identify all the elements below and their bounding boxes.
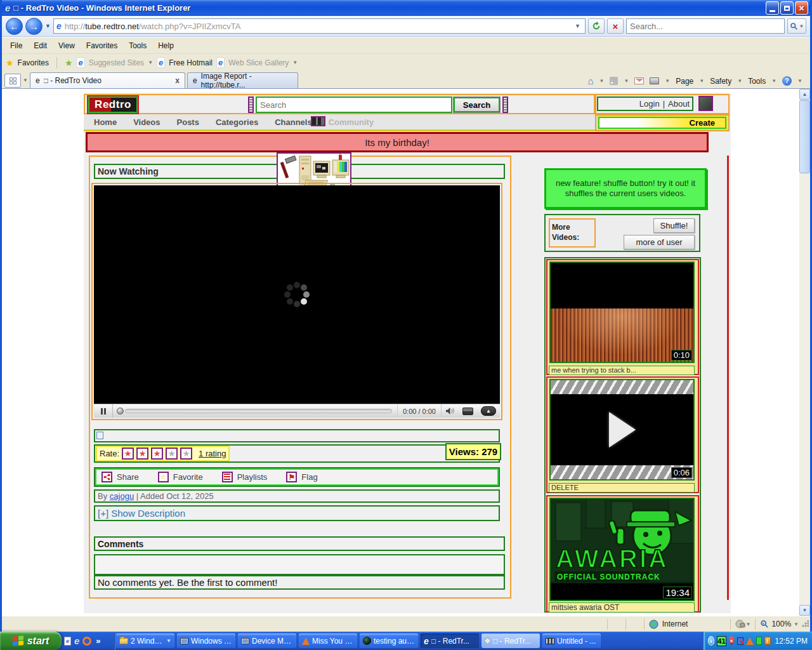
volume-button[interactable] (442, 404, 459, 418)
show-description-link[interactable]: [+] Show Description (94, 505, 500, 521)
playlists-button[interactable]: Playlists (222, 472, 268, 482)
nav-categories[interactable]: Categories (216, 117, 258, 127)
shuffle-button[interactable]: Shuffle! (653, 218, 695, 233)
menu-view[interactable]: View (53, 39, 81, 53)
tab-redtro-video[interactable]: e □ - RedTro Video x (30, 72, 185, 88)
network-disconnected-icon[interactable] (737, 637, 743, 645)
about-link[interactable]: About (668, 99, 690, 109)
video-title[interactable]: DELETE (549, 483, 695, 493)
help-icon[interactable]: ? (782, 76, 792, 86)
rating-star-2[interactable]: ★ (136, 448, 148, 460)
taskbar-button-device-manager[interactable]: Device Man... (238, 633, 296, 648)
tools-menu[interactable]: Tools (748, 77, 766, 86)
more-of-user-button[interactable]: more of user (624, 235, 695, 249)
tab-list-dropdown-icon[interactable]: ▼ (23, 77, 28, 83)
menu-file[interactable]: File (4, 39, 28, 53)
mail-icon[interactable] (634, 77, 644, 84)
taskbar-button-windows-t[interactable]: Windows T... (177, 633, 235, 648)
help-dropdown-icon[interactable]: ▼ (797, 78, 802, 84)
nav-home[interactable]: Home (94, 117, 117, 127)
green-square-tray-icon[interactable] (756, 637, 762, 645)
rating-star-3[interactable]: ★ (151, 448, 163, 460)
suggested-sites-link[interactable]: Suggested Sites (89, 58, 144, 67)
uploader-link[interactable]: cajogu (110, 491, 134, 501)
address-dropdown-icon[interactable]: ▼ (573, 23, 582, 29)
search-go-button[interactable]: ▼ (787, 18, 806, 34)
video-title[interactable]: mittsies awaria OST (549, 602, 695, 613)
favorite-button[interactable]: ☆ Favorite (158, 472, 203, 482)
rating-count-link[interactable]: 1 rating (199, 449, 226, 458)
safety-menu[interactable]: Safety (710, 77, 731, 86)
tab-image-report[interactable]: e Image Report - http://tube.r... (187, 72, 298, 88)
history-dropdown-icon[interactable]: ▼ (45, 23, 51, 29)
suggested-sites-dropdown-icon[interactable]: ▼ (148, 60, 153, 65)
login-link[interactable]: Login (639, 99, 660, 109)
tray-collapse-icon[interactable]: ‹ (708, 636, 714, 646)
rating-star-5[interactable]: ★ (180, 448, 192, 460)
web-slice-link[interactable]: Web Slice Gallery (228, 58, 289, 67)
header-avatar[interactable] (698, 96, 713, 111)
protected-dropdown-icon[interactable]: ▼ (745, 621, 750, 627)
site-search-box[interactable] (256, 96, 452, 113)
add-favorite-icon[interactable]: ★ (65, 58, 73, 68)
forward-button[interactable]: → (25, 18, 43, 35)
close-button[interactable]: × (795, 1, 808, 15)
site-search-input[interactable] (257, 100, 451, 110)
scroll-down-icon[interactable]: ▼ (799, 605, 810, 616)
favorites-button[interactable]: Favorites (18, 58, 49, 67)
seek-handle[interactable] (117, 408, 124, 415)
taskbar-button-untitled[interactable]: Untitled - ... (542, 633, 601, 648)
resize-grip[interactable] (801, 620, 809, 628)
video-thumbnail-play[interactable]: 0:06 (549, 379, 695, 481)
restore-button[interactable] (780, 1, 794, 15)
pause-button[interactable] (94, 404, 113, 418)
taskbar-button-testing[interactable]: testing aut... (360, 633, 418, 648)
scroll-up-icon[interactable]: ▲ (799, 89, 810, 100)
print-dropdown-icon[interactable]: ▼ (665, 78, 670, 84)
video-thumbnail-awaria[interactable]: AWARIA OFFICIAL SOUNDTRACK 19:34 (549, 498, 695, 601)
zoom-dropdown-icon[interactable]: ▼ (794, 621, 799, 627)
rating-star-4[interactable]: ★ (166, 448, 178, 460)
nav-channels[interactable]: Channels (275, 117, 312, 127)
page-menu[interactable]: Page (676, 77, 693, 86)
back-button[interactable]: ← (6, 18, 23, 35)
rating-star-1[interactable]: ★ (122, 448, 134, 460)
menu-tools[interactable]: Tools (123, 39, 152, 53)
home-icon[interactable]: ⌂ (587, 76, 593, 86)
minimize-button[interactable] (766, 1, 779, 15)
zoom-level[interactable]: 100% (771, 620, 791, 628)
taskbar-button-explorer-group[interactable]: 2 Windo... ▼ (116, 633, 174, 648)
site-logo[interactable]: Redtro (88, 96, 138, 113)
security-alert-icon[interactable]: × (729, 636, 735, 646)
taskbar-button-redtro-2[interactable]: □ - RedTr... (481, 633, 540, 648)
video-player[interactable] (94, 185, 500, 404)
stop-button[interactable]: × (607, 18, 624, 34)
quick-launch-overflow-icon[interactable]: » (96, 636, 100, 646)
home-dropdown-icon[interactable]: ▼ (599, 78, 604, 84)
nav-posts[interactable]: Posts (177, 117, 199, 127)
menu-favorites[interactable]: Favorites (81, 39, 123, 53)
firefox-icon[interactable] (82, 637, 91, 646)
menu-edit[interactable]: Edit (28, 39, 53, 53)
video-thumbnail-corduroy[interactable]: 0:10 (549, 262, 695, 363)
internet-explorer-icon[interactable]: e (74, 635, 79, 646)
free-hotmail-link[interactable]: Free Hotmail (169, 58, 213, 67)
comment-input-box[interactable] (94, 554, 505, 575)
menu-help[interactable]: Help (152, 39, 180, 53)
vertical-scrollbar[interactable]: ▲ ▼ (799, 89, 810, 616)
print-icon[interactable] (650, 77, 659, 84)
scrollbar-thumb[interactable] (799, 100, 810, 173)
ie-shortcut-icon[interactable]: e (64, 637, 71, 646)
rss-dropdown-icon[interactable]: ▼ (624, 78, 629, 84)
nav-videos[interactable]: Videos (133, 117, 160, 127)
site-search-button[interactable]: Search (454, 97, 500, 112)
nav-community[interactable]: Community (329, 117, 374, 127)
address-field[interactable]: e http://tube.redtro.net/watch.php?v=JPI… (53, 18, 586, 34)
rss-icon[interactable] (610, 77, 618, 85)
taskbar-clock[interactable]: 12:52 PM (775, 637, 808, 646)
safety-dropdown-icon[interactable]: ▼ (737, 78, 742, 84)
tab-close-icon[interactable]: x (175, 76, 180, 85)
flag-button[interactable]: ⚑ Flag (286, 472, 317, 482)
search-dropdown-icon[interactable]: ▼ (799, 23, 804, 29)
refresh-button[interactable] (588, 18, 605, 34)
